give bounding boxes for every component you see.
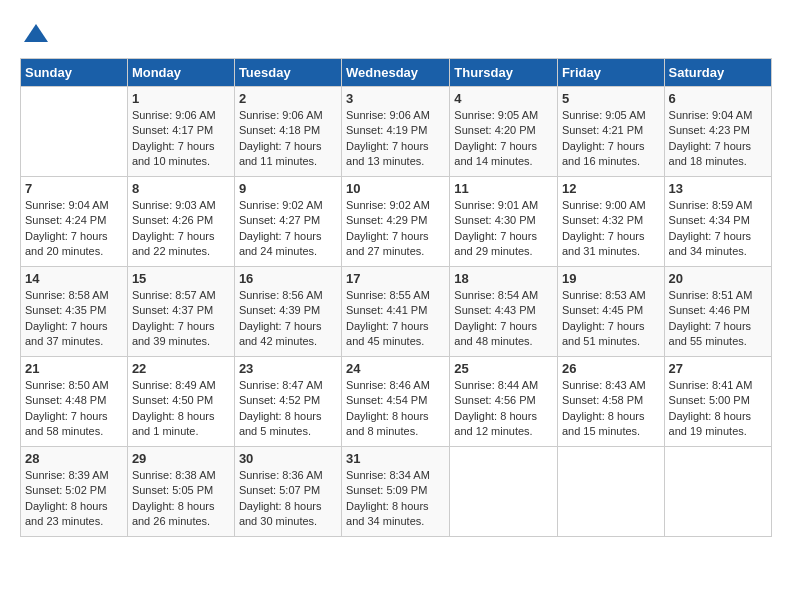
day-info: Sunrise: 9:06 AMSunset: 4:17 PMDaylight:… [132, 108, 230, 170]
day-cell: 6 Sunrise: 9:04 AMSunset: 4:23 PMDayligh… [664, 87, 771, 177]
day-cell [450, 447, 558, 537]
day-info: Sunrise: 8:36 AMSunset: 5:07 PMDaylight:… [239, 468, 337, 530]
day-number: 6 [669, 91, 767, 106]
day-cell [557, 447, 664, 537]
day-cell: 7 Sunrise: 9:04 AMSunset: 4:24 PMDayligh… [21, 177, 128, 267]
day-info: Sunrise: 8:44 AMSunset: 4:56 PMDaylight:… [454, 378, 553, 440]
day-info: Sunrise: 8:46 AMSunset: 4:54 PMDaylight:… [346, 378, 445, 440]
week-row-2: 7 Sunrise: 9:04 AMSunset: 4:24 PMDayligh… [21, 177, 772, 267]
day-cell: 9 Sunrise: 9:02 AMSunset: 4:27 PMDayligh… [234, 177, 341, 267]
day-number: 14 [25, 271, 123, 286]
day-number: 29 [132, 451, 230, 466]
week-row-5: 28 Sunrise: 8:39 AMSunset: 5:02 PMDaylig… [21, 447, 772, 537]
day-number: 16 [239, 271, 337, 286]
day-info: Sunrise: 8:50 AMSunset: 4:48 PMDaylight:… [25, 378, 123, 440]
day-number: 27 [669, 361, 767, 376]
day-cell: 12 Sunrise: 9:00 AMSunset: 4:32 PMDaylig… [557, 177, 664, 267]
day-cell: 25 Sunrise: 8:44 AMSunset: 4:56 PMDaylig… [450, 357, 558, 447]
day-cell: 24 Sunrise: 8:46 AMSunset: 4:54 PMDaylig… [342, 357, 450, 447]
day-cell: 22 Sunrise: 8:49 AMSunset: 4:50 PMDaylig… [127, 357, 234, 447]
day-number: 30 [239, 451, 337, 466]
day-number: 31 [346, 451, 445, 466]
day-info: Sunrise: 9:00 AMSunset: 4:32 PMDaylight:… [562, 198, 660, 260]
day-number: 26 [562, 361, 660, 376]
day-cell: 3 Sunrise: 9:06 AMSunset: 4:19 PMDayligh… [342, 87, 450, 177]
day-number: 24 [346, 361, 445, 376]
day-cell: 26 Sunrise: 8:43 AMSunset: 4:58 PMDaylig… [557, 357, 664, 447]
day-info: Sunrise: 8:38 AMSunset: 5:05 PMDaylight:… [132, 468, 230, 530]
day-info: Sunrise: 8:39 AMSunset: 5:02 PMDaylight:… [25, 468, 123, 530]
day-info: Sunrise: 8:59 AMSunset: 4:34 PMDaylight:… [669, 198, 767, 260]
day-info: Sunrise: 9:06 AMSunset: 4:18 PMDaylight:… [239, 108, 337, 170]
day-info: Sunrise: 9:05 AMSunset: 4:21 PMDaylight:… [562, 108, 660, 170]
day-number: 1 [132, 91, 230, 106]
day-number: 15 [132, 271, 230, 286]
day-info: Sunrise: 8:49 AMSunset: 4:50 PMDaylight:… [132, 378, 230, 440]
day-number: 11 [454, 181, 553, 196]
day-info: Sunrise: 9:04 AMSunset: 4:24 PMDaylight:… [25, 198, 123, 260]
day-cell [664, 447, 771, 537]
day-info: Sunrise: 8:54 AMSunset: 4:43 PMDaylight:… [454, 288, 553, 350]
day-cell: 11 Sunrise: 9:01 AMSunset: 4:30 PMDaylig… [450, 177, 558, 267]
day-cell: 13 Sunrise: 8:59 AMSunset: 4:34 PMDaylig… [664, 177, 771, 267]
day-info: Sunrise: 9:06 AMSunset: 4:19 PMDaylight:… [346, 108, 445, 170]
day-cell: 30 Sunrise: 8:36 AMSunset: 5:07 PMDaylig… [234, 447, 341, 537]
day-header-wednesday: Wednesday [342, 59, 450, 87]
day-number: 8 [132, 181, 230, 196]
day-cell: 10 Sunrise: 9:02 AMSunset: 4:29 PMDaylig… [342, 177, 450, 267]
day-cell: 21 Sunrise: 8:50 AMSunset: 4:48 PMDaylig… [21, 357, 128, 447]
day-cell: 28 Sunrise: 8:39 AMSunset: 5:02 PMDaylig… [21, 447, 128, 537]
svg-rect-1 [32, 36, 40, 42]
day-number: 18 [454, 271, 553, 286]
day-cell: 2 Sunrise: 9:06 AMSunset: 4:18 PMDayligh… [234, 87, 341, 177]
day-number: 25 [454, 361, 553, 376]
day-header-thursday: Thursday [450, 59, 558, 87]
day-info: Sunrise: 9:01 AMSunset: 4:30 PMDaylight:… [454, 198, 553, 260]
day-cell: 29 Sunrise: 8:38 AMSunset: 5:05 PMDaylig… [127, 447, 234, 537]
day-cell: 20 Sunrise: 8:51 AMSunset: 4:46 PMDaylig… [664, 267, 771, 357]
day-header-sunday: Sunday [21, 59, 128, 87]
day-cell: 16 Sunrise: 8:56 AMSunset: 4:39 PMDaylig… [234, 267, 341, 357]
day-info: Sunrise: 8:51 AMSunset: 4:46 PMDaylight:… [669, 288, 767, 350]
day-number: 22 [132, 361, 230, 376]
week-row-1: 1 Sunrise: 9:06 AMSunset: 4:17 PMDayligh… [21, 87, 772, 177]
day-number: 4 [454, 91, 553, 106]
day-number: 5 [562, 91, 660, 106]
day-header-monday: Monday [127, 59, 234, 87]
day-cell: 17 Sunrise: 8:55 AMSunset: 4:41 PMDaylig… [342, 267, 450, 357]
day-cell: 19 Sunrise: 8:53 AMSunset: 4:45 PMDaylig… [557, 267, 664, 357]
day-info: Sunrise: 8:34 AMSunset: 5:09 PMDaylight:… [346, 468, 445, 530]
page-header [20, 20, 772, 48]
day-cell: 18 Sunrise: 8:54 AMSunset: 4:43 PMDaylig… [450, 267, 558, 357]
day-info: Sunrise: 8:47 AMSunset: 4:52 PMDaylight:… [239, 378, 337, 440]
day-header-tuesday: Tuesday [234, 59, 341, 87]
day-cell: 4 Sunrise: 9:05 AMSunset: 4:20 PMDayligh… [450, 87, 558, 177]
day-cell: 15 Sunrise: 8:57 AMSunset: 4:37 PMDaylig… [127, 267, 234, 357]
day-info: Sunrise: 9:05 AMSunset: 4:20 PMDaylight:… [454, 108, 553, 170]
day-info: Sunrise: 9:02 AMSunset: 4:29 PMDaylight:… [346, 198, 445, 260]
day-number: 9 [239, 181, 337, 196]
day-info: Sunrise: 8:43 AMSunset: 4:58 PMDaylight:… [562, 378, 660, 440]
day-cell: 1 Sunrise: 9:06 AMSunset: 4:17 PMDayligh… [127, 87, 234, 177]
day-number: 28 [25, 451, 123, 466]
day-info: Sunrise: 8:53 AMSunset: 4:45 PMDaylight:… [562, 288, 660, 350]
day-number: 13 [669, 181, 767, 196]
day-info: Sunrise: 8:41 AMSunset: 5:00 PMDaylight:… [669, 378, 767, 440]
day-info: Sunrise: 8:57 AMSunset: 4:37 PMDaylight:… [132, 288, 230, 350]
day-number: 3 [346, 91, 445, 106]
day-cell: 27 Sunrise: 8:41 AMSunset: 5:00 PMDaylig… [664, 357, 771, 447]
day-cell: 8 Sunrise: 9:03 AMSunset: 4:26 PMDayligh… [127, 177, 234, 267]
day-number: 23 [239, 361, 337, 376]
calendar-table: SundayMondayTuesdayWednesdayThursdayFrid… [20, 58, 772, 537]
day-header-saturday: Saturday [664, 59, 771, 87]
day-number: 20 [669, 271, 767, 286]
day-cell [21, 87, 128, 177]
week-row-4: 21 Sunrise: 8:50 AMSunset: 4:48 PMDaylig… [21, 357, 772, 447]
day-cell: 31 Sunrise: 8:34 AMSunset: 5:09 PMDaylig… [342, 447, 450, 537]
day-info: Sunrise: 8:56 AMSunset: 4:39 PMDaylight:… [239, 288, 337, 350]
calendar-body: 1 Sunrise: 9:06 AMSunset: 4:17 PMDayligh… [21, 87, 772, 537]
logo [20, 20, 52, 48]
day-info: Sunrise: 8:55 AMSunset: 4:41 PMDaylight:… [346, 288, 445, 350]
day-number: 2 [239, 91, 337, 106]
day-number: 7 [25, 181, 123, 196]
